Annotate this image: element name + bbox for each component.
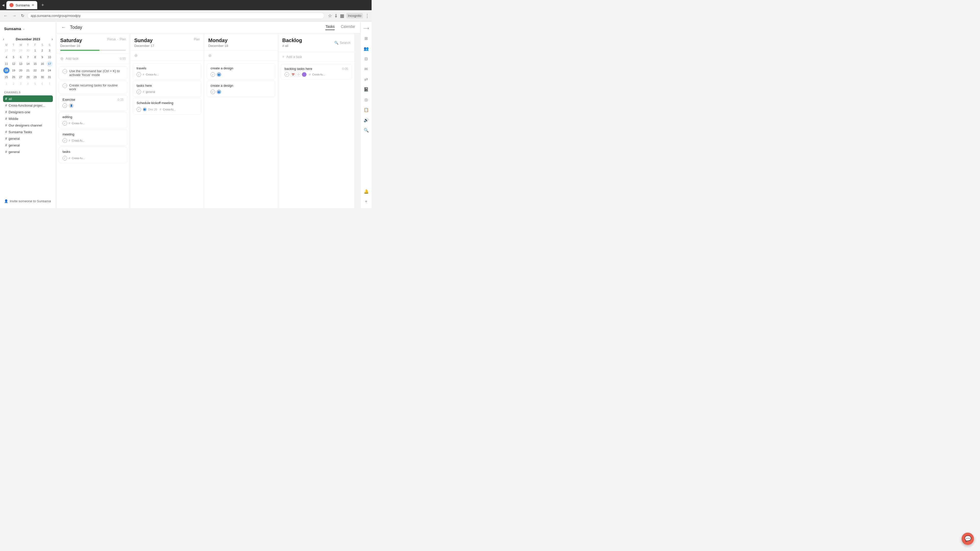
sidebar-item-all[interactable]: # all <box>3 95 53 102</box>
sidebar-item-general-1[interactable]: # general <box>3 135 53 142</box>
design2-checkbox[interactable]: ✓ <box>210 89 215 94</box>
cal-day[interactable]: 14 <box>25 61 31 67</box>
right-icon-notebook[interactable]: 📓 <box>362 85 371 94</box>
right-icon-sync[interactable]: ⇄ <box>362 75 371 84</box>
tab-close-btn[interactable]: ✕ <box>32 3 34 7</box>
plan-btn[interactable]: Plan <box>120 38 126 41</box>
reload-button[interactable]: ↻ <box>19 12 26 19</box>
cal-day[interactable]: 5 <box>11 54 17 60</box>
profile-icon[interactable]: Incognito <box>346 13 363 18</box>
cal-day[interactable]: 28 <box>25 74 31 80</box>
cal-day[interactable]: 11 <box>3 61 10 67</box>
invite-btn[interactable]: 👤 Invite someone to Sunsama <box>0 197 56 205</box>
sidebar-item-general-3[interactable]: # general <box>3 148 53 155</box>
cal-day[interactable]: 1 <box>3 81 10 87</box>
task-checkbox[interactable]: ✓ <box>62 83 67 88</box>
editing-checkbox[interactable]: ✓ <box>62 121 67 125</box>
sunday-plan-btn[interactable]: Plan <box>194 38 200 41</box>
cal-day[interactable]: 8 <box>32 54 38 60</box>
cal-day[interactable]: 3 <box>46 48 52 54</box>
cal-day[interactable]: 15 <box>32 61 38 67</box>
task-editing[interactable]: editing ✓ # Cross-fu... <box>59 112 127 128</box>
download-icon[interactable]: ⇓ <box>334 13 338 19</box>
task-tasks-here[interactable]: tasks here ✓ # general <box>133 81 201 97</box>
travels-checkbox[interactable]: ✓ <box>137 72 141 77</box>
monday-add-task-btn[interactable]: ⊕ <box>204 51 278 61</box>
sidebar-item-designers-one[interactable]: # Designers-one <box>3 109 53 115</box>
cal-day[interactable]: 6 <box>39 81 45 87</box>
exercise-checkbox[interactable]: ✓ <box>62 103 67 108</box>
meeting-checkbox[interactable]: ✓ <box>62 138 67 143</box>
forward-button[interactable]: → <box>11 13 18 19</box>
task-exercise[interactable]: Exercise 0:15 ✓ 👤 <box>59 95 127 111</box>
tasks-checkbox[interactable]: ✓ <box>62 156 67 160</box>
task-create-design-1[interactable]: create a design ✓ 👥 <box>207 63 275 79</box>
sidebar-item-cross-functional[interactable]: # Cross-functional projec... <box>3 102 53 109</box>
cal-day[interactable]: 26 <box>11 74 17 80</box>
split-icon[interactable]: ▦ <box>340 13 344 19</box>
design1-checkbox[interactable]: ✓ <box>210 72 215 77</box>
cal-day[interactable]: 13 <box>18 61 24 67</box>
backlog-search-btn[interactable]: 🔍 Search <box>334 41 350 44</box>
cal-day[interactable]: 12 <box>11 61 17 67</box>
right-icon-mail[interactable]: ✉ <box>362 64 371 73</box>
prev-day-btn[interactable]: ← <box>61 25 66 30</box>
task-create-design-2[interactable]: create a design ✓ 👥 <box>207 81 275 97</box>
cal-day[interactable]: 7 <box>25 54 31 60</box>
kickoff-checkbox[interactable]: ✓ <box>137 107 141 112</box>
cal-day[interactable]: 24 <box>46 67 52 73</box>
cal-day[interactable]: 4 <box>3 54 10 60</box>
cal-day[interactable]: 19 <box>11 67 17 73</box>
cal-day[interactable]: 1 <box>32 48 38 54</box>
cal-day[interactable]: 3 <box>18 81 24 87</box>
cal-day[interactable]: 6 <box>18 54 24 60</box>
cal-day[interactable]: 20 <box>18 67 24 73</box>
right-icon-search[interactable]: 🔍 <box>362 125 371 135</box>
cal-day[interactable]: 10 <box>46 54 52 60</box>
bookmark-icon[interactable]: ☆ <box>328 13 332 19</box>
sunday-add-task-btn[interactable]: ⊕ <box>130 51 204 61</box>
cal-day[interactable]: 23 <box>39 67 45 73</box>
tab-tasks[interactable]: Tasks <box>325 24 334 30</box>
cal-day[interactable]: 7 <box>46 81 52 87</box>
cal-day[interactable]: 4 <box>25 81 31 87</box>
sidebar-item-middle[interactable]: # Middle <box>3 115 53 122</box>
cal-day[interactable]: 30 <box>25 48 31 54</box>
right-icon-table[interactable]: ⊟ <box>362 54 371 63</box>
today-btn[interactable]: Today <box>70 25 82 30</box>
cal-day[interactable]: 29 <box>32 74 38 80</box>
cal-day[interactable]: 31 <box>46 74 52 80</box>
right-icon-plus[interactable]: + <box>362 197 371 206</box>
backlog-add-task-btn[interactable]: + Add a task <box>278 52 355 62</box>
cal-prev-btn[interactable]: ‹ <box>3 37 4 41</box>
cal-day[interactable]: 16 <box>39 61 45 67</box>
cal-day[interactable]: 27 <box>3 48 10 54</box>
cal-day-today[interactable]: 18 <box>3 67 10 73</box>
right-icon-target[interactable]: ◎ <box>362 95 371 104</box>
cal-next-btn[interactable]: › <box>52 37 53 41</box>
saturday-add-task-btn[interactable]: ⊕ Add task 0:55 <box>56 54 130 64</box>
new-tab-btn[interactable]: + <box>39 2 46 9</box>
backlog-task-1[interactable]: backlog tasks here 0:05 ✓ 📅 ⏱ # Cross- <box>281 64 352 79</box>
tab-calendar[interactable]: Calendar <box>341 24 355 30</box>
right-icon-grid[interactable]: ⊞ <box>362 34 371 43</box>
cal-day-17[interactable]: 17 <box>46 61 52 67</box>
back-button[interactable]: ← <box>2 13 9 19</box>
cal-day[interactable]: 21 <box>25 67 31 73</box>
cal-day[interactable]: 9 <box>39 54 45 60</box>
sidebar-item-our-designers[interactable]: # Our designers channel <box>3 122 53 129</box>
right-icon-users[interactable]: 👥 <box>362 44 371 53</box>
tasks-here-checkbox[interactable]: ✓ <box>137 89 141 94</box>
cal-day[interactable]: 2 <box>39 48 45 54</box>
cal-day[interactable]: 30 <box>39 74 45 80</box>
cal-day[interactable]: 27 <box>18 74 24 80</box>
cal-day[interactable]: 25 <box>3 74 10 80</box>
right-icon-sound[interactable]: 🔊 <box>362 115 371 124</box>
right-icon-clipboard[interactable]: 📋 <box>362 105 371 114</box>
focus-btn[interactable]: Focus <box>107 38 116 41</box>
cal-day[interactable]: 2 <box>11 81 17 87</box>
backlog-task-checkbox[interactable]: ✓ <box>285 72 289 77</box>
sidebar-item-sunsama-tasks[interactable]: # Sunsama Tasks <box>3 129 53 135</box>
task-travels[interactable]: travels ✓ # Cross-fu... <box>133 63 201 79</box>
right-icon-bell[interactable]: 🔔 <box>362 187 371 196</box>
